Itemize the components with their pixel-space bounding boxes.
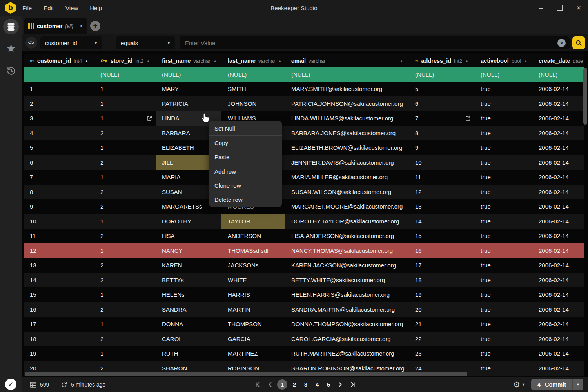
cell-store_id[interactable]: 1 — [94, 346, 156, 361]
cell-create_date[interactable]: 2006-02-14 — [532, 346, 584, 361]
cell-customer_id[interactable]: 1 — [24, 82, 94, 96]
cell-customer_id[interactable]: 9 — [24, 199, 94, 214]
cell-customer_id[interactable] — [24, 67, 94, 82]
new-tab-button[interactable]: + — [90, 21, 100, 31]
page-button-2[interactable]: 2 — [290, 379, 299, 390]
sidebar-tables-button[interactable] — [3, 19, 19, 34]
context-menu-item-add-row[interactable]: Add row — [209, 164, 282, 178]
cell-activebool[interactable]: true — [474, 243, 532, 258]
cell-email[interactable]: NANCY.THOMAS@sakilacustomer.org — [285, 243, 409, 258]
clear-input-icon[interactable]: × — [557, 39, 566, 47]
cell-store_id[interactable]: 2 — [94, 302, 156, 317]
cell-email[interactable]: HELEN.HARRIS@sakilacustomer.org — [285, 287, 409, 302]
cell-first_name[interactable]: (NULL) — [156, 67, 221, 82]
cell-customer_id[interactable]: 17 — [24, 317, 94, 332]
cell-email[interactable]: PATRICIA.JOHNSON@sakilacustomer.org — [285, 96, 409, 111]
cell-activebool[interactable]: true — [474, 258, 532, 273]
cell-first_name[interactable]: MARY — [156, 82, 221, 96]
context-menu-item-delete-row[interactable]: Delete row — [209, 192, 282, 207]
cell-create_date[interactable]: 2006-02-14 — [532, 302, 584, 317]
cell-email[interactable]: DOROTHY.TAYLOR@sakilacustomer.org — [285, 214, 409, 229]
cell-email[interactable]: BARBARA.JONES@sakilacustomer.org — [285, 126, 409, 141]
cell-create_date[interactable]: 2006-02-14 — [532, 140, 584, 155]
first-page-button[interactable] — [253, 379, 262, 390]
horizontal-scrollbar[interactable] — [25, 372, 467, 376]
cell-store_id[interactable]: 1 — [94, 214, 156, 229]
cell-activebool[interactable]: true — [474, 126, 532, 141]
cell-last_name[interactable]: JACKSONs — [221, 258, 285, 273]
column-header-email[interactable]: emailvarchar▲ — [285, 54, 409, 67]
page-button-3[interactable]: 3 — [301, 379, 310, 390]
cell-create_date[interactable]: 2006-02-14 — [532, 258, 584, 273]
last-page-button[interactable] — [348, 379, 357, 390]
cell-address_id[interactable]: 5 — [409, 82, 474, 96]
cell-address_id[interactable]: 7 — [409, 111, 474, 126]
cell-create_date[interactable]: 2006-02-14 — [532, 126, 584, 141]
goto-record-link[interactable] — [146, 115, 152, 122]
cell-activebool[interactable]: true — [474, 214, 532, 229]
cell-first_name[interactable]: LISA — [156, 229, 221, 243]
tab-customer[interactable]: customer [all] × — [24, 18, 87, 34]
cell-last_name[interactable]: THOMPSON — [221, 317, 285, 332]
cell-address_id[interactable]: 19 — [409, 287, 474, 302]
sql-toggle-button[interactable]: <> — [25, 37, 37, 49]
cell-address_id[interactable]: 6 — [409, 96, 474, 111]
sidebar-favorites-button[interactable]: ★ — [3, 41, 19, 56]
minimize-button[interactable]: – — [532, 0, 550, 16]
cell-create_date[interactable]: 2006-02-14 — [532, 155, 584, 170]
cell-create_date[interactable]: 2006-02-14 — [532, 332, 584, 347]
cell-address_id[interactable]: 16 — [409, 243, 474, 258]
cell-address_id[interactable]: 21 — [409, 317, 474, 332]
commit-dropdown-button[interactable]: ▼ — [572, 379, 583, 390]
cell-customer_id[interactable]: 16 — [24, 302, 94, 317]
cell-store_id[interactable]: (NULL) — [94, 67, 156, 82]
cell-email[interactable]: JENNIFER.DAVIS@sakilacustomer.org — [285, 155, 409, 170]
context-menu-item-paste[interactable]: Paste — [209, 150, 282, 164]
page-button-1[interactable]: 1 — [277, 379, 287, 390]
cell-email[interactable]: SANDRA.MARTIN@sakilacustomer.org — [285, 302, 409, 317]
cell-email[interactable]: RUTH.MARTINEZ@sakilacustomer.org — [285, 346, 409, 361]
goto-record-link[interactable] — [465, 115, 471, 122]
cell-first_name[interactable]: RUTH — [156, 346, 221, 361]
menu-item-view[interactable]: View — [65, 5, 78, 11]
cell-store_id[interactable]: 2 — [94, 258, 156, 273]
cell-create_date[interactable]: 2006-02-14 — [532, 287, 584, 302]
cell-last_name[interactable]: TAYLOR — [221, 214, 285, 229]
cell-last_name[interactable]: (NULL) — [221, 67, 285, 82]
cell-store_id[interactable]: 2 — [94, 332, 156, 347]
cell-last_name[interactable]: MARTIN — [221, 302, 285, 317]
column-header-first_name[interactable]: first_namevarchar▲ — [156, 54, 221, 67]
cell-store_id[interactable]: 1 — [94, 287, 156, 302]
tab-close-icon[interactable]: × — [80, 23, 83, 30]
menu-item-edit[interactable]: Edit — [44, 5, 54, 11]
cell-activebool[interactable]: true — [474, 273, 532, 288]
column-header-last_name[interactable]: last_namevarchar▲ — [221, 54, 285, 67]
cell-create_date[interactable]: 2006-02-14 — [532, 243, 584, 258]
cell-address_id[interactable]: 18 — [409, 273, 474, 288]
vertical-scrollbar[interactable] — [583, 68, 587, 125]
cell-customer_id[interactable]: 8 — [24, 185, 94, 200]
cell-first_name[interactable]: CAROL — [156, 332, 221, 347]
cell-store_id[interactable]: 2 — [94, 273, 156, 288]
cell-first_name[interactable]: BETTYs — [156, 273, 221, 288]
cell-create_date[interactable]: 2006-02-14 — [532, 214, 584, 229]
sidebar-history-button[interactable] — [3, 63, 19, 78]
cell-activebool[interactable]: true — [474, 185, 532, 200]
page-button-4[interactable]: 4 — [313, 379, 321, 390]
cell-last_name[interactable]: ANDERSON — [221, 229, 285, 243]
cell-first_name[interactable]: KAREN — [156, 258, 221, 273]
cell-activebool[interactable]: (NULL) — [474, 67, 532, 82]
cell-email[interactable]: MARY.SMITH@sakilacustomer.org — [285, 82, 409, 96]
cell-activebool[interactable]: true — [474, 361, 532, 376]
cell-email[interactable]: LINDA.WILLIAMS@sakilacustomer.org — [285, 111, 409, 126]
cell-activebool[interactable]: true — [474, 332, 532, 347]
cell-store_id[interactable]: 2 — [94, 229, 156, 243]
cell-address_id[interactable]: 12 — [409, 185, 474, 200]
cell-store_id[interactable]: 1 — [94, 140, 156, 155]
cell-activebool[interactable]: true — [474, 346, 532, 361]
cell-create_date[interactable]: 2006-02-14 — [532, 361, 584, 376]
cell-activebool[interactable]: true — [474, 287, 532, 302]
refresh-icon[interactable] — [61, 381, 67, 388]
cell-activebool[interactable]: true — [474, 140, 532, 155]
column-header-create_date[interactable]: create_datedate▲ — [532, 54, 584, 67]
